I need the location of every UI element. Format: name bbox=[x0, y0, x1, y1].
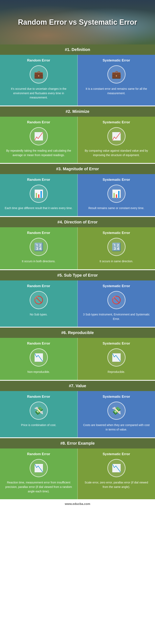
two-col-s4: Random Error🔢It occurs in both direction… bbox=[0, 227, 155, 269]
header-banner: Random Error vs Systematic Error bbox=[0, 0, 155, 44]
section-heading-s2: #2. Minimize bbox=[0, 106, 155, 117]
footer-url: www.educba.com bbox=[65, 502, 90, 506]
col-right-text-s6: Reproducible. bbox=[108, 370, 125, 374]
col-right-label-s8: Systematic Error bbox=[103, 452, 130, 456]
col-left-label-s7: Random Error bbox=[27, 395, 50, 399]
col-left-label-s2: Random Error bbox=[27, 120, 50, 124]
col-right-label-s1: Systematic Error bbox=[103, 58, 130, 62]
two-col-s6: Random Error📉Non-reproducible.Systematic… bbox=[0, 338, 155, 380]
two-col-s1: Random Error💼It's occurred due to uncert… bbox=[0, 55, 155, 106]
two-col-s8: Random Error📉Reaction time, measurement … bbox=[0, 448, 155, 499]
col-right-s1: Systematic Error💼It is a constant error … bbox=[78, 55, 155, 106]
col-left-s7: Random Error💸Price is combination of cos… bbox=[0, 391, 78, 437]
col-right-icon-s6: 📉 bbox=[107, 348, 126, 366]
col-left-s4: Random Error🔢It occurs in both direction… bbox=[0, 227, 78, 269]
col-left-label-s5: Random Error bbox=[27, 284, 50, 288]
col-left-text-s8: Reaction time, measurement error from in… bbox=[4, 480, 73, 494]
section-heading-s7: #7. Value bbox=[0, 381, 155, 391]
section-s8: #8. Error ExampleRandom Error📉Reaction t… bbox=[0, 438, 155, 500]
col-right-text-s7: Costs are lowered when they are compared… bbox=[82, 423, 151, 432]
section-s6: #6. ReproducibleRandom Error📉Non-reprodu… bbox=[0, 328, 155, 381]
col-left-text-s5: No Sub types. bbox=[30, 312, 48, 317]
col-right-icon-s1: 💼 bbox=[107, 65, 126, 84]
col-left-icon-s7: 💸 bbox=[30, 402, 48, 420]
col-left-text-s1: It's occurred due to uncertain changes i… bbox=[4, 87, 73, 100]
col-left-icon-s6: 📉 bbox=[30, 348, 48, 366]
col-left-icon-s2: 📈 bbox=[30, 127, 48, 146]
section-heading-s4: #4. Direction of Error bbox=[0, 217, 155, 227]
section-heading-s8: #8. Error Example bbox=[0, 438, 155, 448]
section-s5: #5. Sub Type of ErrorRandom Error🚫No Sub… bbox=[0, 270, 155, 328]
col-left-icon-s3: 📊 bbox=[30, 184, 48, 203]
two-col-s7: Random Error💸Price is combination of cos… bbox=[0, 391, 155, 437]
col-left-s5: Random Error🚫No Sub types. bbox=[0, 280, 78, 327]
section-s7: #7. ValueRandom Error💸Price is combinati… bbox=[0, 381, 155, 438]
two-col-s3: Random Error📊Each time give different re… bbox=[0, 174, 155, 216]
col-right-label-s3: Systematic Error bbox=[103, 178, 130, 182]
col-right-icon-s2: 📈 bbox=[107, 127, 126, 146]
section-s2: #2. MinimizeRandom Error📈By repeatedly t… bbox=[0, 106, 155, 164]
col-right-text-s4: It occurs in same direction. bbox=[100, 259, 133, 264]
two-col-s2: Random Error📈By repeatedly taking the re… bbox=[0, 117, 155, 163]
footer: www.educba.com bbox=[0, 500, 155, 508]
col-left-label-s1: Random Error bbox=[27, 58, 50, 62]
col-right-text-s2: By comparing value against standard valu… bbox=[82, 148, 151, 157]
section-heading-s6: #6. Reproducible bbox=[0, 328, 155, 338]
col-left-icon-s4: 🔢 bbox=[30, 238, 48, 256]
col-right-s5: Systematic Error🚫3 Sub types Instrument,… bbox=[78, 280, 155, 327]
col-right-s6: Systematic Error📉Reproducible. bbox=[78, 338, 155, 380]
col-right-icon-s8: 📉 bbox=[107, 459, 126, 477]
section-s3: #3. Magnitude of ErrorRandom Error📊Each … bbox=[0, 164, 155, 217]
col-right-text-s1: It is a constant error and remains same … bbox=[82, 87, 151, 96]
col-right-icon-s5: 🚫 bbox=[107, 291, 126, 309]
sections-container: #1. DefinitionRandom Error💼It's occurred… bbox=[0, 44, 155, 500]
main-title: Random Error vs Systematic Error bbox=[18, 18, 137, 27]
col-right-label-s4: Systematic Error bbox=[103, 231, 130, 235]
col-left-s8: Random Error📉Reaction time, measurement … bbox=[0, 448, 78, 499]
col-right-label-s6: Systematic Error bbox=[103, 342, 130, 346]
col-right-label-s2: Systematic Error bbox=[103, 120, 130, 124]
col-left-label-s6: Random Error bbox=[27, 342, 50, 346]
col-left-s3: Random Error📊Each time give different re… bbox=[0, 174, 78, 216]
section-heading-s3: #3. Magnitude of Error bbox=[0, 164, 155, 174]
col-left-icon-s5: 🚫 bbox=[30, 291, 48, 309]
col-left-s1: Random Error💼It's occurred due to uncert… bbox=[0, 55, 78, 106]
col-left-icon-s1: 💼 bbox=[30, 65, 48, 84]
col-right-s2: Systematic Error📈By comparing value agai… bbox=[78, 117, 155, 163]
two-col-s5: Random Error🚫No Sub types.Systematic Err… bbox=[0, 280, 155, 327]
col-left-text-s3: Each time give different result that it … bbox=[5, 206, 73, 210]
col-right-icon-s3: 📊 bbox=[107, 184, 126, 203]
col-right-text-s8: Scale error, zero error, parallax error … bbox=[82, 480, 151, 489]
col-right-s7: Systematic Error💸Costs are lowered when … bbox=[78, 391, 155, 437]
col-left-s6: Random Error📉Non-reproducible. bbox=[0, 338, 78, 380]
col-left-label-s4: Random Error bbox=[27, 231, 50, 235]
col-right-icon-s7: 💸 bbox=[107, 402, 126, 420]
col-left-label-s8: Random Error bbox=[27, 452, 50, 456]
col-left-text-s2: By repeatedly taking the reading and cal… bbox=[4, 148, 73, 157]
col-left-text-s4: It occurs in both directions. bbox=[22, 259, 55, 264]
col-left-text-s6: Non-reproducible. bbox=[27, 370, 50, 374]
col-left-s2: Random Error📈By repeatedly taking the re… bbox=[0, 117, 78, 163]
col-right-icon-s4: 🔢 bbox=[107, 238, 126, 256]
col-right-label-s5: Systematic Error bbox=[103, 284, 130, 288]
col-left-text-s7: Price is combination of cost. bbox=[21, 423, 56, 428]
section-s4: #4. Direction of ErrorRandom Error🔢It oc… bbox=[0, 217, 155, 270]
col-right-text-s5: 3 Sub types Instrument, Environment and … bbox=[82, 312, 151, 321]
col-right-s3: Systematic Error📊Result remains same or … bbox=[78, 174, 155, 216]
col-right-s8: Systematic Error📉Scale error, zero error… bbox=[78, 448, 155, 499]
section-heading-s1: #1. Definition bbox=[0, 44, 155, 55]
col-right-label-s7: Systematic Error bbox=[103, 395, 130, 399]
col-left-icon-s8: 📉 bbox=[30, 459, 48, 477]
col-right-s4: Systematic Error🔢It occurs in same direc… bbox=[78, 227, 155, 269]
section-heading-s5: #5. Sub Type of Error bbox=[0, 270, 155, 280]
section-s1: #1. DefinitionRandom Error💼It's occurred… bbox=[0, 44, 155, 106]
col-right-text-s3: Result remains same or constant every ti… bbox=[88, 206, 144, 210]
col-left-label-s3: Random Error bbox=[27, 178, 50, 182]
